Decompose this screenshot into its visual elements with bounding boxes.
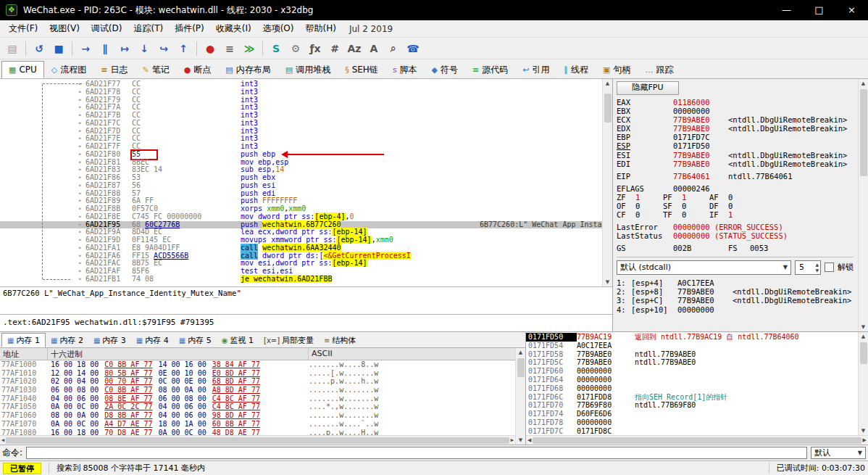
bottom-tab-memory2[interactable]: ▦内存 2	[46, 333, 88, 347]
command-profile-select[interactable]: 默认 ▼	[811, 447, 866, 459]
memory-row[interactable]: 77AF104004 00 06 0008 8E AF 7706 00 08 0…	[0, 395, 515, 403]
calling-convention-select[interactable]: 默认 (stdcall) ▼	[617, 260, 791, 275]
tab-threads[interactable]: ∥线程	[557, 61, 596, 78]
scroll-up-icon[interactable]: ▲	[861, 79, 865, 88]
run-to-user-code-button[interactable]: ↦	[115, 40, 134, 57]
register-row[interactable]: EBX00000000	[617, 107, 858, 115]
register-row[interactable]: LastStatus00000000 (STATUS_SUCCESS)	[617, 231, 858, 240]
menu-item-favourites[interactable]: 收藏夹(I)	[210, 20, 257, 37]
stack-scrollbar[interactable]: ▲ ▼	[858, 332, 868, 435]
tab-source[interactable]: ≡源代码	[465, 61, 515, 78]
bottom-tab-watch1[interactable]: ◉监视 1	[217, 333, 259, 347]
font-button[interactable]: A	[364, 40, 383, 57]
scroll-track[interactable]	[516, 357, 525, 436]
memory-row[interactable]: 77AF102002 00 04 0000 70 AF 770C 00 0E 0…	[0, 377, 515, 386]
stack-row[interactable]: 0171FD6C0171FDD8指向SEH_Record[1]的指针	[526, 393, 858, 402]
disasm-row[interactable]: •6AD21F8756push esi	[0, 182, 602, 190]
step-out-button[interactable]: ↑	[174, 40, 193, 57]
run-button[interactable]: →	[76, 40, 95, 57]
scroll-thumb[interactable]	[860, 89, 867, 176]
register-row[interactable]: EBP0171FD7C	[617, 133, 858, 141]
scroll-track[interactable]	[859, 341, 868, 426]
menu-item-plugins[interactable]: 插件(P)	[169, 20, 210, 37]
disasm-row[interactable]: •6AD21F78CCint3	[0, 88, 602, 96]
scroll-track[interactable]	[859, 88, 868, 323]
tab-notes[interactable]: ✎笔记	[135, 61, 177, 78]
memory-row[interactable]: 77AF106008 00 0A 00D8 8B AF 7704 00 06 0…	[0, 411, 515, 420]
registers-scrollbar[interactable]: ▲ ▼	[858, 79, 868, 331]
command-input[interactable]	[26, 447, 807, 459]
open-file-button[interactable]: ▤	[3, 40, 22, 57]
trace-log-button[interactable]: ≡	[220, 40, 239, 57]
tab-handles[interactable]: ▣句柄	[596, 61, 638, 78]
register-row[interactable]: LastError00000000 (ERROR_SUCCESS)	[617, 223, 858, 231]
scroll-right-icon[interactable]: ▶	[863, 437, 867, 443]
calculator-button[interactable]: #	[325, 40, 344, 57]
memory-row[interactable]: 77AF10500A 00 0C 002A 0C 2C 7704 00 06 0…	[0, 402, 515, 411]
tab-memory-map[interactable]: ▤内存布局	[218, 61, 277, 78]
scylla-button[interactable]: S	[267, 40, 285, 57]
scroll-down-icon[interactable]: ▼	[861, 426, 865, 435]
disasm-row[interactable]: •6AD21F8EC745 FC 00000000mov dword ptr s…	[0, 213, 602, 221]
menu-item-trace[interactable]: 追踪(T)	[128, 20, 169, 37]
scroll-down-icon[interactable]: ▼	[519, 436, 522, 445]
stack-row[interactable]: 0171FD54A0C17EEA	[526, 342, 858, 350]
stack-row[interactable]: 0171FD5877B9ABE0ntdll.77B9ABE0	[526, 350, 858, 359]
bottom-tab-memory1[interactable]: ▦内存 1	[1, 333, 46, 347]
scroll-down-icon[interactable]: ▼	[861, 323, 865, 331]
menu-item-debug[interactable]: 调试(D)	[85, 20, 128, 37]
settings-gears-button[interactable]: ⚙	[286, 40, 305, 57]
scroll-thumb[interactable]	[860, 342, 867, 364]
memory-row[interactable]: 77AF101012 00 14 0080 5B AF 770E 00 10 0…	[0, 369, 515, 378]
breakpoint-button[interactable]: ●	[201, 40, 220, 57]
disasm-row[interactable]: •6AD21FB174 08je wechatwin.6AD21FBB	[0, 276, 602, 284]
tab-symbols[interactable]: ◆符号	[425, 61, 465, 78]
tab-graph[interactable]: ◇流程图	[44, 61, 93, 78]
argument-count-spinner[interactable]: 5 ▲▼	[795, 260, 821, 275]
restart-button[interactable]: ↺	[30, 40, 49, 57]
tab-script[interactable]: s脚本	[385, 61, 425, 78]
tab-breakpoints[interactable]: ●断点	[177, 61, 219, 78]
stack-pane[interactable]: 0171FD5077B9AC19返回到 ntdll.77B9AC19 自 ntd…	[526, 332, 858, 435]
memory-hscrollbar[interactable]: ◀ ▶	[0, 435, 515, 445]
scroll-thumb[interactable]	[517, 358, 525, 377]
register-row[interactable]: GS002BFS0053	[617, 244, 858, 252]
register-row[interactable]: ESP0171FD50	[617, 141, 858, 150]
stack-row[interactable]: 0171FD7800000000	[526, 418, 858, 427]
register-row[interactable]: ESI77B9ABE0<ntdll.DbgUiRemoteBreakin>	[617, 151, 858, 160]
stop-debuggee-button[interactable]: ■	[49, 40, 68, 57]
tab-trace[interactable]: …跟踪	[638, 61, 680, 78]
register-row[interactable]: ECX77B9ABE0<ntdll.DbgUiRemoteBreakin>	[617, 115, 858, 124]
bottom-tab-memory4[interactable]: ▦内存 4	[131, 333, 174, 347]
memory-row[interactable]: 77AF10700A 00 0C 00A4 D7 AE 7718 00 1A 0…	[0, 420, 515, 429]
register-row[interactable]: EIP77B64061ntdll.77B64061	[617, 172, 858, 181]
find-strings-button[interactable]: ⌕	[384, 40, 403, 57]
disassembly-view[interactable]: •6AD21F77CCint3•6AD21F78CCint3•6AD21F79C…	[0, 79, 602, 286]
scroll-thumb[interactable]	[533, 437, 861, 444]
memory-row[interactable]: 77AF100016 00 18 00C0 8B AF 7714 00 16 0…	[0, 360, 515, 369]
disassembly-scrollbar[interactable]: ▲ ▼	[602, 79, 612, 286]
stack-row[interactable]: 0171FD6400000000	[526, 376, 858, 384]
menu-item-file[interactable]: 文件(F)	[3, 20, 43, 37]
tab-references[interactable]: ↩引用	[515, 61, 556, 78]
register-row[interactable]: EAX01186000	[617, 98, 858, 107]
stack-row[interactable]: 0171FD7077B69F80ntdll.77B69F80	[526, 401, 858, 410]
help-report-button[interactable]: ☎	[404, 40, 422, 57]
minimize-button[interactable]: —	[770, 0, 803, 20]
bottom-tab-struct[interactable]: ≡结构体	[319, 333, 361, 347]
scroll-track[interactable]	[603, 88, 612, 278]
memory-row[interactable]: 77AF108016 00 18 0070 D8 AE 770A 00 0C 0…	[0, 429, 515, 436]
register-row[interactable]: EDX77B9ABE0<ntdll.DbgUiRemoteBreakin>	[617, 124, 858, 133]
unlock-checkbox[interactable]	[825, 263, 834, 272]
step-into-button[interactable]: ↓	[135, 40, 154, 57]
disasm-row[interactable]: •6AD21F8055push ebp	[0, 151, 602, 159]
scroll-left-icon[interactable]: ◀	[1, 437, 4, 443]
scroll-up-icon[interactable]: ▲	[861, 332, 865, 341]
stack-row[interactable]: 0171FD7C0171FD8C	[526, 427, 858, 435]
menu-item-help[interactable]: 帮助(H)	[299, 20, 341, 37]
stack-row[interactable]: 0171FD74D60FE6D6	[526, 410, 858, 418]
bottom-tab-locals[interactable]: [x=]局部变量	[259, 333, 319, 347]
favourites-fx-button[interactable]: ƒx	[306, 40, 325, 57]
step-over-button[interactable]: ↪	[154, 40, 173, 57]
stack-row[interactable]: 0171FD5077B9AC19返回到 ntdll.77B9AC19 自 ntd…	[526, 333, 858, 342]
